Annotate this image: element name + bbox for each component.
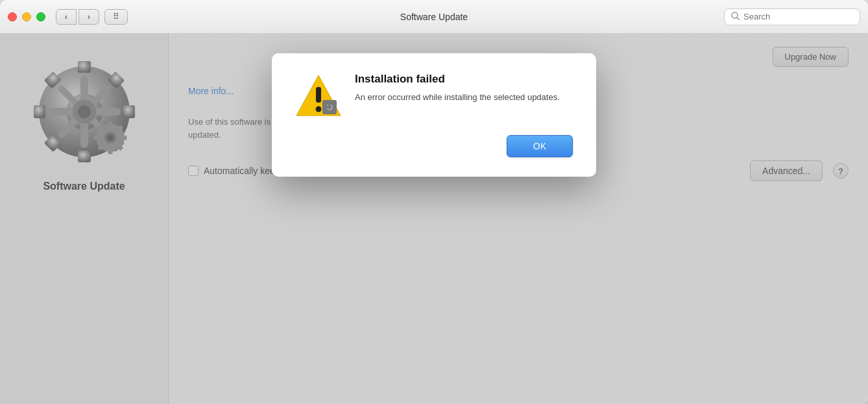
dialog-body: Installation failed An error occurred wh… — [295, 73, 573, 120]
search-box[interactable] — [724, 8, 860, 25]
traffic-lights — [8, 12, 45, 21]
title-bar: ‹ › ⠿ Software Update — [0, 0, 868, 34]
svg-line-1 — [737, 18, 740, 20]
svg-point-35 — [328, 105, 332, 109]
dialog-message: An error occurred while installing the s… — [355, 91, 573, 104]
svg-rect-38 — [325, 106, 328, 108]
svg-rect-31 — [316, 87, 321, 103]
search-icon — [731, 12, 740, 22]
svg-rect-37 — [328, 110, 331, 113]
main-window: ‹ › ⠿ Software Update — [0, 0, 868, 404]
back-button[interactable]: ‹ — [56, 9, 77, 25]
svg-rect-39 — [333, 106, 335, 108]
svg-point-32 — [316, 107, 322, 112]
ok-button[interactable]: OK — [507, 135, 573, 157]
dialog-footer: OK — [295, 135, 573, 157]
search-input[interactable] — [743, 12, 853, 21]
nav-buttons: ‹ › — [56, 9, 99, 25]
close-button[interactable] — [8, 12, 17, 21]
minimize-button[interactable] — [22, 12, 31, 21]
svg-rect-36 — [328, 103, 331, 105]
forward-button[interactable]: › — [78, 9, 99, 25]
warning-icon — [295, 73, 342, 120]
dialog-title: Installation failed — [355, 73, 573, 86]
grid-button[interactable]: ⠿ — [104, 9, 128, 25]
modal-overlay: Installation failed An error occurred wh… — [0, 34, 868, 404]
error-dialog: Installation failed An error occurred wh… — [272, 53, 596, 177]
dialog-text: Installation failed An error occurred wh… — [355, 73, 573, 104]
maximize-button[interactable] — [36, 12, 45, 21]
window-title: Software Update — [400, 12, 468, 22]
